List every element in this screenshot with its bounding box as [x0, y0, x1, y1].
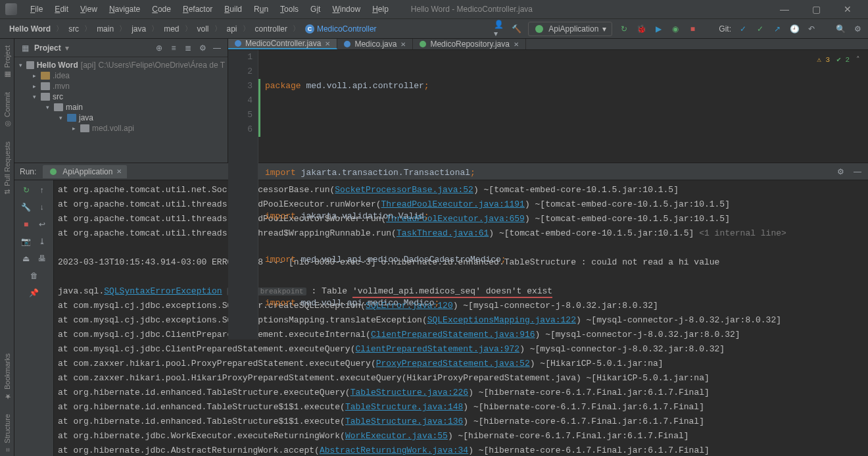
tree-java[interactable]: ▾ java	[14, 113, 228, 123]
project-pane-title[interactable]: Project	[34, 43, 61, 53]
tab-medicocontroller[interactable]: MedicoController.java ✕	[228, 39, 337, 49]
window-minimize[interactable]: —	[769, 4, 800, 14]
vcs-commit-icon[interactable]: ✓	[755, 24, 765, 34]
menu-code[interactable]: Code	[147, 2, 176, 16]
stacktrace-link[interactable]: TableStructure.java:226	[350, 388, 468, 397]
stacktrace-link[interactable]: ProxyPreparedStatement.java:52	[376, 359, 530, 368]
crumb-java[interactable]: java	[128, 23, 150, 35]
chevron-down-icon: ▾	[602, 24, 606, 34]
chevron-up-icon[interactable]: ˄	[856, 53, 860, 67]
down-icon[interactable]: ↓	[36, 201, 48, 213]
class-icon: C	[305, 24, 314, 34]
file-tabs: MedicoController.java ✕ Medico.java ✕ Me…	[228, 39, 868, 50]
tree-idea[interactable]: ▸ .idea	[14, 70, 228, 81]
menu-build[interactable]: Build	[219, 2, 247, 16]
warning-icon: ⚠ 3	[817, 53, 830, 67]
expand-all-icon[interactable]: ≡	[168, 43, 179, 53]
tree-src[interactable]: ▾ src	[14, 91, 228, 102]
crumb-src[interactable]: src	[64, 23, 83, 35]
profile-icon[interactable]: ◉	[670, 24, 681, 34]
window-close[interactable]: ✕	[832, 4, 863, 14]
menu-file[interactable]: File	[25, 2, 48, 16]
exit-icon[interactable]: ⏏	[20, 253, 32, 265]
stacktrace-link[interactable]: TableStructure.java:148	[345, 402, 463, 412]
crumb-api[interactable]: api	[223, 23, 241, 35]
svg-point-0	[535, 25, 543, 33]
pin-icon[interactable]: 📌	[28, 287, 40, 299]
tree-mvn[interactable]: ▸ .mvn	[14, 81, 228, 91]
menu-navigate[interactable]: Navigate	[104, 2, 145, 16]
tab-medico[interactable]: Medico.java ✕	[337, 39, 413, 49]
scroll-end-icon[interactable]: ⤓	[36, 236, 48, 247]
exception-link[interactable]: SQLSyntaxErrorException	[104, 286, 222, 296]
tree-package[interactable]: ▸ med.voll.api	[14, 123, 228, 134]
menu-view[interactable]: View	[75, 2, 103, 16]
tool-bookmarks[interactable]: ★Bookmarks	[3, 351, 11, 403]
rerun-icon[interactable]: ↻	[619, 24, 629, 34]
crumb-main[interactable]: main	[93, 23, 118, 35]
vcs-history-icon[interactable]: 🕘	[789, 24, 800, 34]
stacktrace-link[interactable]: AbstractReturningWork.java:34	[320, 445, 468, 455]
debug-icon[interactable]: 🐞	[636, 24, 646, 34]
menu-window[interactable]: Window	[327, 2, 366, 16]
stacktrace-link[interactable]: TableStructure.java:136	[345, 417, 463, 426]
stacktrace-link[interactable]: WorkExecutor.java:55	[345, 431, 448, 441]
settings-icon[interactable]: ⚙	[852, 24, 863, 34]
spring-icon	[534, 24, 544, 34]
hide-icon[interactable]: —	[212, 43, 222, 53]
class-icon	[235, 40, 241, 47]
tree-main[interactable]: ▾ main	[14, 102, 228, 113]
settings-icon[interactable]: ⚙	[197, 43, 208, 53]
svg-point-1	[50, 168, 57, 175]
tool-structure[interactable]: ⌗Structure	[3, 411, 11, 456]
dump-icon[interactable]: 📷	[20, 236, 32, 247]
chevron-down-icon[interactable]: ▾	[65, 43, 69, 53]
up-icon[interactable]: ↑	[36, 184, 48, 196]
run-tab[interactable]: ApiApplication ✕	[43, 165, 127, 178]
select-opened-file-icon[interactable]: ⊕	[154, 43, 164, 53]
window-maximize[interactable]: ▢	[801, 4, 831, 14]
menu-edit[interactable]: Edit	[49, 2, 74, 16]
trash-icon[interactable]: 🗑	[28, 270, 40, 282]
search-icon[interactable]: 🔍	[835, 24, 846, 34]
tree-root[interactable]: ▾ Hello Word [api] C:\Users\Felipe\OneDr…	[14, 60, 228, 70]
menu-git[interactable]: Git	[305, 2, 326, 16]
tool-project[interactable]: ▦Project	[3, 43, 11, 82]
class-icon	[344, 41, 350, 47]
collapse-all-icon[interactable]: ≣	[183, 43, 193, 53]
stacktrace-link[interactable]: ClientPreparedStatement.java:972	[355, 344, 519, 354]
close-icon[interactable]: ✕	[325, 40, 330, 47]
close-icon[interactable]: ✕	[514, 41, 519, 48]
menu-refactor[interactable]: Refactor	[178, 2, 218, 16]
inspection-widget[interactable]: ⚠ 3 ✔ 2 ˄	[817, 53, 860, 67]
menu-run[interactable]: Run	[249, 2, 274, 16]
vcs-update-icon[interactable]: ✓	[738, 24, 748, 34]
crumb-project[interactable]: Hello Word	[5, 23, 55, 35]
crumb-controller[interactable]: controller	[251, 23, 291, 35]
close-icon[interactable]: ✕	[116, 168, 122, 175]
run-config-selector[interactable]: ApiApplication ▾	[528, 22, 612, 36]
tool-commit[interactable]: ◎Commit	[3, 89, 11, 131]
coverage-icon[interactable]: ▶	[653, 24, 663, 34]
stop-icon[interactable]: ■	[687, 24, 698, 34]
menu-tools[interactable]: Tools	[275, 2, 304, 16]
actions-icon[interactable]: 🔧	[20, 201, 32, 213]
crumb-voll[interactable]: voll	[193, 23, 213, 35]
code-with-me-icon[interactable]: 👤▾	[494, 24, 504, 34]
close-icon[interactable]: ✕	[400, 41, 406, 48]
stop-icon[interactable]: ■	[20, 218, 32, 230]
wrap-icon[interactable]: ↩	[36, 218, 48, 230]
vcs-push-icon[interactable]: ↗	[772, 24, 783, 34]
folder-icon	[41, 72, 50, 80]
build-icon[interactable]: 🔨	[511, 24, 521, 34]
print-icon[interactable]: 🖶	[36, 253, 48, 265]
crumb-med[interactable]: med	[160, 23, 183, 35]
rerun-icon[interactable]: ↻	[20, 184, 32, 196]
menu-help[interactable]: Help	[367, 2, 394, 16]
interface-icon	[420, 41, 426, 47]
tool-pull-requests[interactable]: ⇅Pull Requests	[3, 139, 11, 197]
code-editor[interactable]: 1 2 3 4 5 6 package med.voll.api.control…	[228, 50, 868, 340]
tab-medicorepository[interactable]: MedicoRepository.java ✕	[413, 39, 526, 49]
crumb-class[interactable]: C MedicoController	[301, 23, 381, 35]
vcs-rollback-icon[interactable]: ↶	[806, 24, 817, 34]
